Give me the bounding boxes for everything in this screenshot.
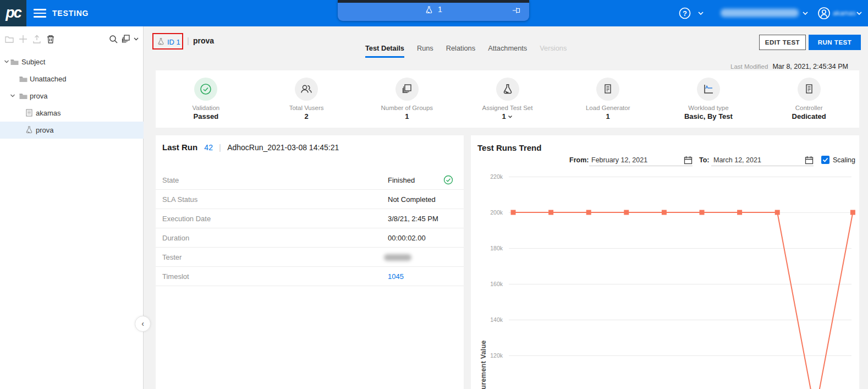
view-layers-icon[interactable] [122, 34, 140, 44]
workload-chart-icon [702, 83, 715, 95]
test-id-link[interactable]: ID 1 [167, 38, 180, 46]
tab-relations[interactable]: Relations [446, 44, 475, 58]
upload-icon[interactable] [32, 34, 42, 44]
row-state: State Finished [156, 171, 464, 190]
run-separator: | [219, 143, 221, 152]
assigned-test-set-dropdown[interactable]: 1 [457, 112, 558, 120]
run-id-link[interactable]: 42 [204, 143, 213, 152]
test-flask-icon [25, 125, 34, 134]
detail-tabs: Test Details Runs Relations Attachments … [365, 44, 567, 58]
test-flask-icon [502, 83, 514, 95]
new-folder-icon[interactable] [4, 34, 14, 44]
tab-versions[interactable]: Versions [540, 44, 567, 58]
add-icon[interactable] [18, 34, 28, 44]
test-flask-icon [425, 6, 433, 14]
stat-assigned-test-set: Assigned Test Set 1 [457, 70, 558, 128]
document-icon [803, 83, 815, 95]
test-summary-card: Validation Passed Total Vusers 2 Number … [156, 70, 859, 128]
script-icon [25, 108, 34, 117]
last-run-card: Last Run 42 | AdhocRun_2021-03-08 14:45:… [156, 135, 464, 389]
stat-load-generator: Load Generator 1 [558, 70, 658, 128]
tester-value-redacted [384, 254, 411, 261]
test-id-highlight-box: ID 1 [152, 33, 183, 50]
notification-count: 1 [438, 5, 442, 14]
stat-number-of-groups: Number of Groups 1 [356, 70, 457, 128]
top-bar: pc TESTING 1 ? akamas [0, 0, 868, 26]
user-name[interactable]: akamas [833, 9, 856, 17]
groups-icon [401, 83, 413, 95]
edit-test-button[interactable]: EDIT TEST [759, 35, 806, 50]
account-name-redacted[interactable] [721, 9, 799, 17]
menu-icon[interactable] [34, 9, 46, 18]
check-circle-icon [200, 83, 212, 95]
trend-line-svg [471, 135, 859, 389]
last-modified-label: Last Modified [730, 63, 768, 70]
last-run-label: Last Run [162, 143, 197, 152]
last-modified-value: Mar 8, 2021, 2:45:34 PM [772, 63, 848, 70]
tab-runs[interactable]: Runs [417, 44, 433, 58]
svg-text:?: ? [683, 9, 687, 18]
folder-icon [19, 74, 28, 84]
tree-item-prova-test[interactable]: prova [0, 122, 144, 139]
pin-icon[interactable] [512, 6, 521, 15]
app-title: TESTING [52, 0, 89, 26]
tree-item-subject[interactable]: Subject [0, 53, 144, 70]
search-icon[interactable] [108, 34, 118, 44]
row-tester: Tester [156, 248, 464, 267]
stat-total-vusers: Total Vusers 2 [256, 70, 357, 128]
expand-chevron-icon[interactable] [9, 92, 16, 99]
run-test-button[interactable]: RUN TEST [809, 35, 861, 50]
folder-icon [19, 91, 28, 101]
notification-drawer[interactable]: 1 [338, 0, 529, 21]
chevron-down-icon [508, 115, 513, 119]
user-icon[interactable] [817, 7, 831, 20]
last-run-table: State Finished SLA Status Not Completed … [156, 171, 464, 286]
finished-check-icon [443, 175, 453, 185]
run-name: AdhocRun_2021-03-08 14:45:21 [227, 143, 339, 152]
row-execution-date: Execution Date 3/8/21, 2:45 PM [156, 209, 464, 228]
stat-controller: Controller Dedicated [759, 70, 859, 128]
tree-item-prova-folder[interactable]: prova [0, 87, 144, 105]
pc-logo[interactable]: pc [0, 0, 26, 26]
folder-icon [10, 57, 19, 67]
test-name: prova [193, 36, 214, 45]
main-content: ID 1 | prova Test Details Runs Relations… [144, 26, 868, 389]
delete-icon[interactable] [46, 34, 56, 44]
stat-workload-type: Workload type Basic, By Test [658, 70, 759, 128]
users-icon [300, 83, 313, 95]
tree-item-akamas-script[interactable]: akamas [0, 105, 144, 122]
row-sla-status: SLA Status Not Completed [156, 190, 464, 209]
stat-validation: Validation Passed [156, 70, 256, 128]
header-separator: | [187, 36, 189, 45]
test-flask-icon [157, 37, 165, 46]
document-icon [602, 83, 614, 95]
expand-chevron-icon[interactable] [3, 58, 10, 65]
test-tree: Subject Unattached prova akamas prova [0, 53, 144, 139]
test-runs-trend-card: Test Runs Trend From: February 12, 2021 … [471, 135, 859, 389]
row-timeslot: Timeslot 1045 [156, 267, 464, 286]
user-chevron-icon[interactable] [856, 11, 862, 15]
tab-attachments[interactable]: Attachments [488, 44, 527, 58]
timeslot-link[interactable]: 1045 [388, 272, 404, 281]
tree-item-unattached[interactable]: Unattached [0, 70, 144, 87]
help-icon[interactable]: ? [679, 7, 704, 20]
sidebar: Subject Unattached prova akamas prova [0, 26, 144, 389]
account-chevron-icon[interactable] [802, 11, 809, 15]
sidebar-collapse-button[interactable]: ‹ [135, 316, 151, 332]
row-duration: Duration 00:00:02.00 [156, 228, 464, 248]
tab-test-details[interactable]: Test Details [365, 44, 404, 58]
